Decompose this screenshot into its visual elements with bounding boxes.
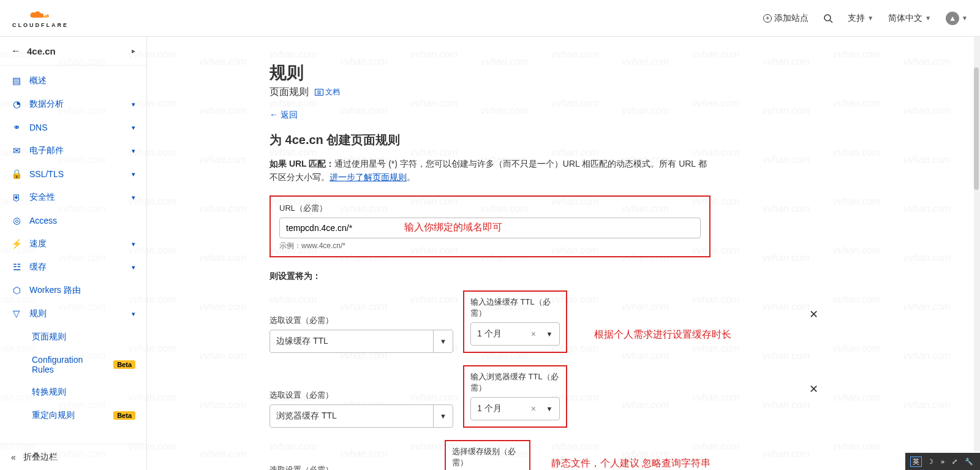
nav-sub-item[interactable]: Configuration RulesBeta: [0, 349, 146, 381]
chart-icon: ◔: [11, 99, 22, 110]
main-content: 规则 页面规则 ▥ 文档 ← 返回 为 4ce.cn 创建页面规则 如果 URL…: [147, 37, 980, 470]
docs-link[interactable]: ▥ 文档: [315, 87, 340, 97]
account-menu[interactable]: ▲ ▼: [946, 12, 968, 25]
setting-select-label: 选取设置（必需）: [270, 315, 453, 326]
search-icon: [823, 13, 833, 23]
chevron-right-icon: ▸: [132, 47, 135, 55]
setting-select-label: 选取设置（必需）: [270, 464, 435, 470]
setting-value-select[interactable]: 1 个月 × ▼: [470, 322, 560, 346]
workers-icon: ⬡: [11, 285, 22, 296]
collapse-label: 折叠边栏: [23, 452, 58, 463]
chevron-icon[interactable]: »: [939, 458, 946, 465]
nav-item-dns[interactable]: ⚭DNS▾: [0, 116, 146, 139]
clear-icon[interactable]: ×: [527, 329, 540, 339]
remove-setting-button[interactable]: ✕: [807, 308, 821, 321]
url-hint: 示例：www.4ce.cn/*: [279, 241, 701, 251]
nav-item-workers[interactable]: ⬡Workers 路由: [0, 279, 146, 302]
filter-icon: ▽: [11, 308, 22, 319]
scrollbar-thumb[interactable]: [974, 67, 979, 190]
nav-item-mail[interactable]: ✉电子邮件▾: [0, 139, 146, 162]
dropdown-button[interactable]: ▼: [433, 405, 453, 427]
setting-select-value: 浏览器缓存 TTL: [270, 411, 433, 422]
nav-label: DNS: [29, 123, 124, 132]
setting-select-value: 边缘缓存 TTL: [270, 336, 433, 347]
setting-value-label: 选择缓存级别（必需）: [452, 446, 523, 468]
setting-value-block: 选择缓存级别（必需） 忽略查询字符串 ▼: [445, 440, 530, 470]
wrench-icon[interactable]: 🔧: [963, 458, 975, 466]
nav-sub-label: 页面规则: [32, 332, 135, 343]
setting-value-block: 输入浏览器缓存 TTL（必需） 1 个月 × ▼: [463, 365, 567, 428]
dropdown-button[interactable]: ▼: [540, 323, 559, 345]
collapse-icon: «: [11, 452, 16, 462]
cache-icon: ☳: [11, 262, 22, 273]
chevron-down-icon: ▼: [925, 15, 931, 21]
nav-item-shield[interactable]: ⛨安全性▾: [0, 186, 146, 209]
expand-icon[interactable]: ⤢: [950, 458, 959, 466]
nav-item-access[interactable]: ◎Access: [0, 209, 146, 232]
chevron-down-icon: ▾: [132, 170, 135, 178]
nav-sub-item[interactable]: 转换规则: [0, 381, 146, 404]
nav-sub-item[interactable]: 页面规则: [0, 325, 146, 349]
nav-item-chart[interactable]: ◔数据分析▾: [0, 93, 146, 116]
site-switcher[interactable]: ← 4ce.cn ▸: [0, 37, 146, 66]
nav-sub-item[interactable]: 重定向规则Beta: [0, 404, 146, 427]
nav-label: Workers 路由: [29, 285, 135, 296]
cloudflare-icon: [26, 9, 55, 21]
dropdown-button[interactable]: ▼: [540, 398, 559, 420]
chevron-down-icon: ▼: [962, 15, 968, 21]
language-label: 简体中文: [888, 13, 922, 24]
beta-badge: Beta: [113, 360, 135, 369]
setting-value-block: 输入边缘缓存 TTL（必需） 1 个月 × ▼: [463, 290, 567, 353]
chevron-down-icon: ▾: [132, 263, 135, 271]
setting-select[interactable]: 浏览器缓存 TTL ▼: [270, 404, 453, 428]
dropdown-button[interactable]: ▼: [433, 330, 453, 352]
nav-item-filter[interactable]: ▽规则▾: [0, 302, 146, 325]
collapse-sidebar[interactable]: « 折叠边栏: [0, 444, 146, 470]
chevron-down-icon: ▾: [132, 240, 135, 248]
nav-item-cache[interactable]: ☳缓存▾: [0, 256, 146, 279]
lock-icon: 🔒: [11, 169, 22, 180]
moon-icon[interactable]: ☽: [925, 458, 935, 466]
nav-label: 安全性: [29, 192, 124, 203]
sidebar: ← 4ce.cn ▸ ▤概述◔数据分析▾⚭DNS▾✉电子邮件▾🔒SSL/TLS▾…: [0, 37, 147, 470]
shield-icon: ⛨: [11, 192, 22, 203]
nav-label: 概述: [29, 75, 135, 86]
remove-setting-button[interactable]: ✕: [807, 382, 821, 396]
beta-badge: Beta: [113, 411, 135, 420]
nav-item-lock[interactable]: 🔒SSL/TLS▾: [0, 162, 146, 186]
ime-indicator[interactable]: 英: [910, 457, 922, 467]
search-button[interactable]: [823, 13, 833, 23]
chevron-down-icon: ▾: [132, 100, 135, 108]
doc-icon: ▥: [315, 89, 323, 96]
site-name: 4ce.cn: [27, 46, 126, 56]
setting-select[interactable]: 边缘缓存 TTL ▼: [270, 330, 453, 353]
back-link[interactable]: ← 返回: [270, 110, 298, 121]
nav-item-clipboard[interactable]: ▤概述: [0, 69, 146, 93]
add-site-button[interactable]: + 添加站点: [763, 13, 809, 24]
nav-sub-label: 转换规则: [32, 387, 135, 398]
nav-label: 速度: [29, 238, 124, 249]
language-menu[interactable]: 简体中文 ▼: [888, 13, 931, 24]
clipboard-icon: ▤: [11, 75, 22, 86]
nav-sub-label: 重定向规则: [32, 410, 106, 421]
nav-label: 缓存: [29, 262, 124, 273]
annotation-cache: 静态文件，个人建议 忽略查询字符串: [551, 457, 710, 470]
learn-more-link[interactable]: 进一步了解页面规则: [330, 172, 407, 182]
logo[interactable]: CLOUDFLARE: [12, 9, 69, 28]
chevron-down-icon: ▾: [132, 194, 135, 202]
setting-select-label: 选取设置（必需）: [270, 390, 453, 401]
topbar: CLOUDFLARE + 添加站点 支持 ▼ 简体中文 ▼ ▲ ▼: [0, 0, 980, 37]
nav-item-bolt[interactable]: ⚡速度▾: [0, 232, 146, 256]
nav-label: SSL/TLS: [29, 169, 124, 179]
url-label: URL（必需）: [279, 203, 701, 214]
logo-text: CLOUDFLARE: [12, 22, 69, 28]
bolt-icon: ⚡: [11, 238, 22, 249]
setting-value-select[interactable]: 1 个月 × ▼: [470, 397, 560, 420]
page-title: 规则: [270, 61, 710, 85]
clear-icon[interactable]: ×: [527, 404, 540, 414]
svg-line-1: [830, 20, 832, 23]
chevron-down-icon: ▼: [867, 15, 873, 21]
setting-value: 1 个月: [471, 328, 527, 339]
support-menu[interactable]: 支持 ▼: [848, 13, 873, 24]
form-description: 如果 URL 匹配：通过使用星号 (*) 字符，您可以创建与许多（而不只是一个）…: [270, 157, 710, 184]
